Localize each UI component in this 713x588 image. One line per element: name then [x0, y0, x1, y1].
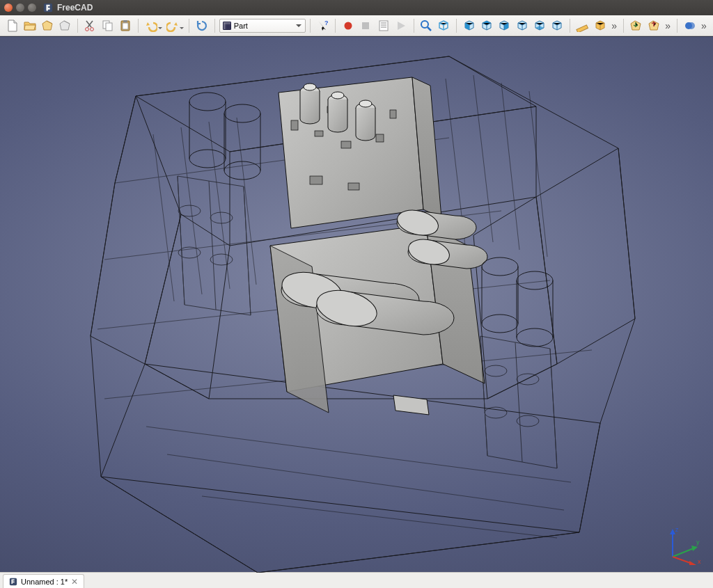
workbench-selector[interactable]: Part: [219, 19, 306, 33]
svg-text:y: y: [696, 539, 700, 546]
toolbar-overflow[interactable]: »: [663, 20, 673, 31]
svg-point-44: [482, 257, 518, 276]
svg-point-48: [485, 365, 507, 376]
svg-point-2: [90, 27, 93, 31]
svg-point-15: [688, 22, 695, 29]
stop-macro-button[interactable]: [358, 17, 374, 34]
redo-button[interactable]: [164, 17, 185, 34]
toolbar-separator: [310, 19, 311, 33]
whats-this-icon: ?: [317, 19, 329, 32]
app-icon: [43, 3, 53, 13]
svg-point-1: [85, 27, 88, 31]
window-close-button[interactable]: [4, 3, 13, 12]
toolbar-separator: [77, 19, 78, 33]
svg-text:x: x: [698, 558, 701, 565]
svg-rect-10: [362, 22, 369, 29]
whats-this-button[interactable]: ?: [315, 17, 331, 34]
refresh-icon: [196, 19, 208, 32]
3d-viewport[interactable]: z y x: [0, 36, 713, 572]
svg-point-40: [178, 205, 201, 216]
refresh-button[interactable]: [194, 17, 210, 34]
svg-marker-53: [670, 529, 675, 534]
copy-button[interactable]: [100, 17, 116, 34]
part-import-button[interactable]: [645, 17, 661, 34]
svg-point-50: [517, 374, 539, 385]
cut-button[interactable]: [82, 17, 98, 34]
svg-point-12: [421, 21, 428, 28]
svg-point-38: [224, 104, 260, 122]
svg-rect-11: [379, 21, 388, 31]
save-as-button[interactable]: [57, 17, 73, 34]
view-bottom-icon: [533, 19, 546, 32]
undo-button[interactable]: [143, 17, 163, 34]
run-macro-button[interactable]: [393, 17, 409, 34]
workbench-icon: [223, 22, 231, 30]
toolbar-separator: [623, 19, 624, 33]
save-button[interactable]: [40, 17, 56, 34]
svg-text:?: ?: [324, 19, 329, 26]
svg-rect-22: [376, 134, 384, 142]
macro-list-button[interactable]: [375, 17, 391, 34]
workbench-label: Part: [234, 22, 248, 30]
new-file-button[interactable]: [4, 17, 20, 34]
record-macro-button[interactable]: [340, 17, 356, 34]
boolean-button[interactable]: [682, 17, 698, 34]
window-controls: [4, 3, 36, 12]
import-icon: [648, 19, 660, 32]
svg-point-29: [331, 92, 344, 99]
axis-gizmo: z y x: [664, 523, 706, 565]
window-minimize-button[interactable]: [16, 3, 24, 12]
zoom-fit-button[interactable]: [418, 17, 434, 34]
view-right-button[interactable]: [496, 17, 512, 34]
window-titlebar: FreeCAD: [0, 0, 713, 15]
view-axo-button[interactable]: [436, 17, 452, 34]
svg-rect-16: [291, 120, 298, 130]
svg-rect-23: [390, 110, 396, 118]
window-maximize-button[interactable]: [28, 3, 36, 12]
svg-line-55: [673, 548, 694, 557]
toolbar-separator: [138, 19, 139, 33]
svg-rect-7: [123, 20, 127, 22]
view-top-button[interactable]: [478, 17, 494, 34]
view-rear-icon: [516, 19, 528, 32]
view-front-button[interactable]: [461, 17, 477, 34]
window-title: FreeCAD: [57, 3, 93, 13]
new-file-icon: [6, 19, 19, 32]
close-tab-button[interactable]: ✕: [71, 578, 78, 586]
open-file-button[interactable]: [22, 17, 38, 34]
document-tab-label: Unnamed : 1*: [21, 578, 68, 586]
model-render: [0, 37, 713, 573]
box-button[interactable]: [592, 17, 608, 34]
toolbar-separator: [456, 19, 457, 33]
record-macro-icon: [342, 19, 354, 32]
cut-icon: [84, 19, 97, 32]
svg-rect-6: [123, 23, 128, 29]
svg-rect-25: [348, 183, 359, 190]
svg-point-31: [359, 100, 372, 107]
toolbar-overflow[interactable]: »: [699, 20, 709, 31]
save-icon: [41, 19, 54, 32]
save-as-icon: [58, 19, 71, 32]
document-tab[interactable]: Unnamed : 1* ✕: [3, 574, 84, 588]
view-bottom-button[interactable]: [531, 17, 547, 34]
part-export-button[interactable]: [628, 17, 644, 34]
paste-button[interactable]: [118, 17, 134, 34]
zoom-fit-icon: [420, 19, 432, 32]
toolbar-overflow[interactable]: »: [609, 20, 619, 31]
document-tabbar: Unnamed : 1* ✕: [0, 572, 713, 588]
svg-rect-4: [106, 23, 112, 31]
view-left-icon: [551, 19, 563, 32]
toolbar-separator: [189, 19, 189, 33]
svg-point-49: [485, 407, 507, 418]
svg-rect-20: [341, 141, 351, 148]
toolbar-separator: [214, 19, 215, 33]
svg-point-27: [304, 84, 316, 90]
view-right-icon: [498, 19, 510, 32]
main-toolbar: Part ? » » »: [0, 15, 713, 36]
svg-point-9: [345, 22, 352, 29]
view-rear-button[interactable]: [514, 17, 530, 34]
view-left-button[interactable]: [549, 17, 565, 34]
boolean-icon: [684, 19, 696, 32]
measure-button[interactable]: [574, 17, 590, 34]
svg-marker-59: [689, 561, 696, 565]
